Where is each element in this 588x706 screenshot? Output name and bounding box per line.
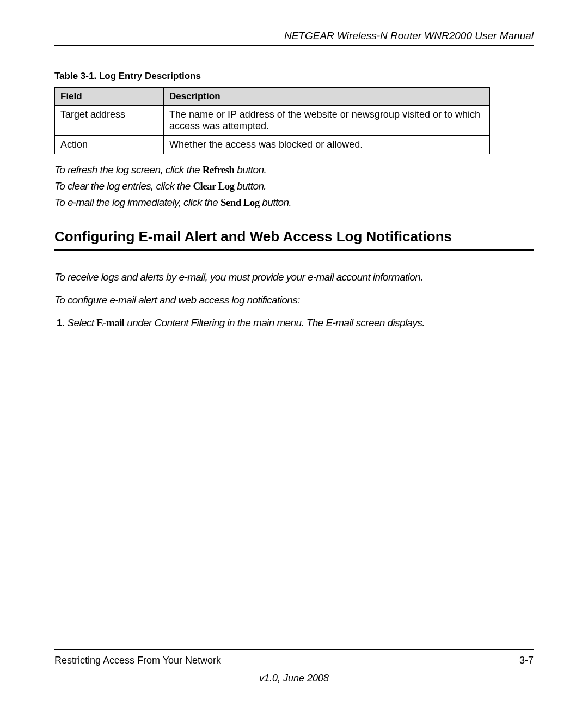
table-row: Action Whether the access was blocked or… <box>55 136 490 154</box>
table-header-field: Field <box>55 88 164 106</box>
cell-description: Whether the access was blocked or allowe… <box>164 136 490 154</box>
footer-left: Restricting Access From Your Network <box>54 655 221 666</box>
action-clear-log: To clear the log entries, click the Clea… <box>54 180 534 192</box>
section-heading: Configuring E-mail Alert and Web Access … <box>54 228 534 251</box>
action-send-log: To e-mail the log immediately, click the… <box>54 197 534 209</box>
action-refresh: To refresh the log screen, click the Ref… <box>54 164 534 176</box>
intro-paragraph-1: To receive logs and alerts by e-mail, yo… <box>54 271 534 283</box>
step-1: 1. Select E-mail under Content Filtering… <box>57 317 534 329</box>
footer-center: v1.0, June 2008 <box>54 673 534 684</box>
table-row: Target address The name or IP address of… <box>55 106 490 136</box>
table-header-description: Description <box>164 88 490 106</box>
cell-field: Action <box>55 136 164 154</box>
page-footer: Restricting Access From Your Network 3-7… <box>54 649 534 684</box>
cell-field: Target address <box>55 106 164 136</box>
page-header: NETGEAR Wireless-N Router WNR2000 User M… <box>54 30 534 46</box>
cell-description: The name or IP address of the website or… <box>164 106 490 136</box>
table-caption: Table 3-1. Log Entry Descriptions <box>54 71 534 82</box>
intro-paragraph-2: To configure e-mail alert and web access… <box>54 294 534 306</box>
footer-right: 3-7 <box>519 655 534 666</box>
log-entry-table: Field Description Target address The nam… <box>54 87 490 154</box>
